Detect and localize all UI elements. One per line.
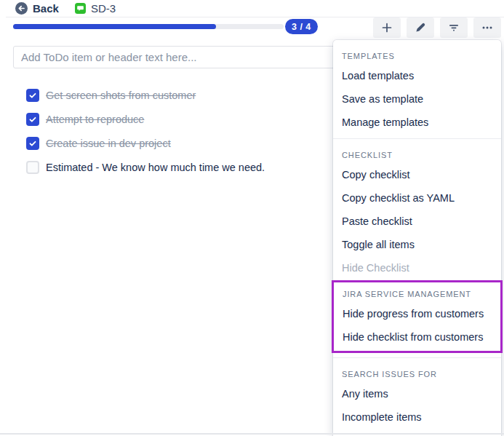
menu-item-paste-checklist[interactable]: Paste checklist bbox=[333, 210, 501, 233]
filter-icon bbox=[447, 21, 460, 34]
menu-item-manage-templates[interactable]: Manage templates bbox=[333, 111, 501, 134]
menu-section-title: JIRA SERVICE MANAGEMENT bbox=[334, 282, 500, 302]
menu-item-hide-progress-from-customers[interactable]: Hide progress from customers bbox=[334, 302, 500, 325]
issue-key: SD-3 bbox=[91, 2, 116, 15]
menu-item-hide-checklist-from-customers[interactable]: Hide checklist from customers bbox=[334, 325, 500, 349]
ellipsis-icon bbox=[481, 21, 494, 34]
menu-section-title: SEARCH ISSUES FOR bbox=[333, 362, 501, 382]
back-label: Back bbox=[33, 2, 59, 15]
menu-item-any-items[interactable]: Any items bbox=[333, 382, 501, 405]
menu-section-jira-service-management: JIRA SERVICE MANAGEMENT Hide progress fr… bbox=[332, 280, 503, 353]
checklist: Get screen shots from customer Attempt t… bbox=[26, 83, 329, 179]
checklist-item: Estimated - We know how much time we nee… bbox=[26, 155, 329, 179]
checklist-item-text[interactable]: Estimated - We know how much time we nee… bbox=[46, 162, 265, 173]
menu-item-copy-checklist[interactable]: Copy checklist bbox=[333, 163, 501, 186]
checkbox-unchecked[interactable] bbox=[26, 161, 39, 174]
more-dropdown-menu: TEMPLATES Load templates Save as templat… bbox=[333, 40, 501, 436]
add-item-button[interactable] bbox=[373, 17, 401, 38]
window-bottom-divider bbox=[0, 433, 504, 435]
pencil-icon bbox=[414, 21, 427, 34]
checklist-item-text[interactable]: Create issue in dev project bbox=[46, 138, 171, 149]
checklist-item: Get screen shots from customer bbox=[26, 83, 329, 107]
checkbox-checked[interactable] bbox=[26, 89, 39, 102]
filter-button[interactable] bbox=[440, 17, 468, 38]
menu-item-hide-checklist: Hide Checklist bbox=[333, 256, 501, 280]
menu-item-item-text[interactable]: Item text bbox=[333, 429, 501, 436]
checklist-item-text[interactable]: Attempt to reproduce bbox=[46, 114, 144, 125]
menu-section-search-issues-for: SEARCH ISSUES FOR Any items Incomplete i… bbox=[333, 362, 501, 436]
plus-icon bbox=[380, 21, 393, 34]
checklist-item-text[interactable]: Get screen shots from customer bbox=[46, 90, 196, 101]
menu-item-load-templates[interactable]: Load templates bbox=[333, 64, 501, 87]
header-bar: Back SD-3 bbox=[0, 0, 504, 17]
menu-section-title: CHECKLIST bbox=[333, 143, 501, 163]
checklist-app: Back SD-3 3 / 4 bbox=[0, 0, 504, 436]
back-arrow-icon bbox=[15, 2, 28, 15]
menu-divider bbox=[333, 138, 501, 139]
issue-chip[interactable]: SD-3 bbox=[75, 2, 116, 15]
progress-badge: 3 / 4 bbox=[285, 19, 318, 34]
checklist-item: Create issue in dev project bbox=[26, 131, 329, 155]
menu-section-title: TEMPLATES bbox=[333, 44, 501, 64]
menu-section-checklist: CHECKLIST Copy checklist Copy checklist … bbox=[333, 143, 501, 280]
checklist-item: Attempt to reproduce bbox=[26, 107, 329, 131]
edit-button[interactable] bbox=[407, 17, 434, 38]
menu-item-incomplete-items[interactable]: Incomplete items bbox=[333, 405, 501, 429]
menu-item-save-as-template[interactable]: Save as template bbox=[333, 87, 501, 111]
progress-bar bbox=[13, 24, 284, 29]
more-button[interactable] bbox=[473, 17, 501, 38]
menu-divider bbox=[333, 357, 501, 358]
toolbar bbox=[373, 17, 501, 38]
menu-item-copy-checklist-yaml[interactable]: Copy checklist as YAML bbox=[333, 186, 501, 210]
menu-section-templates: TEMPLATES Load templates Save as templat… bbox=[333, 44, 501, 134]
checkbox-checked[interactable] bbox=[26, 113, 39, 126]
checkbox-checked[interactable] bbox=[26, 137, 39, 150]
issue-type-icon bbox=[75, 3, 86, 14]
menu-item-toggle-all-items[interactable]: Toggle all items bbox=[333, 233, 501, 256]
back-button[interactable]: Back bbox=[15, 2, 59, 15]
progress-bar-fill bbox=[13, 24, 216, 29]
